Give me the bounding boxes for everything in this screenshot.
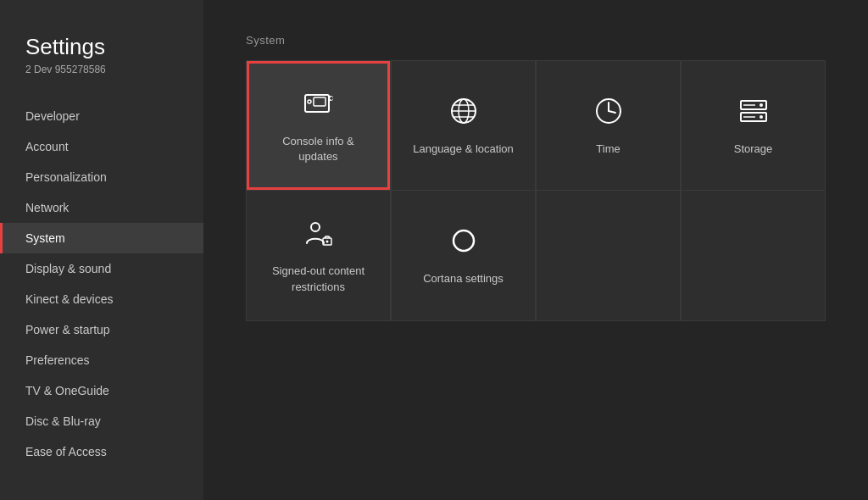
cell-label-signed-out-restrictions: Signed-out content restrictions	[272, 264, 364, 294]
sidebar: Settings 2 Dev 955278586 DeveloperAccoun…	[0, 0, 203, 500]
storage-icon	[737, 94, 771, 142]
sidebar-item-developer[interactable]: Developer	[0, 101, 203, 131]
grid-cell-empty2	[682, 191, 825, 319]
section-title: System	[246, 34, 826, 47]
grid-cell-console-info[interactable]: Console info & updates	[247, 61, 390, 190]
sidebar-item-power-startup[interactable]: Power & startup	[0, 314, 203, 345]
console-icon	[302, 86, 336, 134]
sidebar-item-tv-oneguide[interactable]: TV & OneGuide	[0, 375, 203, 406]
device-subtitle: 2 Dev 955278586	[25, 64, 178, 75]
cell-label-cortana-settings: Cortana settings	[423, 271, 504, 286]
cell-label-console-info: Console info & updates	[282, 134, 354, 164]
sidebar-item-ease-of-access[interactable]: Ease of Access	[0, 436, 203, 467]
sidebar-item-account[interactable]: Account	[0, 131, 203, 162]
grid-cell-cortana-settings[interactable]: Cortana settings	[392, 191, 535, 319]
sidebar-item-preferences[interactable]: Preferences	[0, 345, 203, 375]
grid-cell-time[interactable]: Time	[537, 61, 680, 190]
svg-point-15	[760, 115, 763, 119]
sidebar-item-personalization[interactable]: Personalization	[0, 162, 203, 192]
cell-label-storage: Storage	[734, 142, 773, 157]
svg-point-2	[308, 100, 311, 103]
app-title: Settings	[25, 34, 178, 60]
sidebar-item-system[interactable]: System	[0, 223, 203, 253]
system-grid-row1: Console info & updates Language & locati…	[246, 60, 826, 191]
clock-icon	[592, 94, 626, 142]
svg-point-21	[453, 231, 474, 251]
person-lock-icon	[302, 216, 336, 264]
globe-icon	[447, 94, 481, 142]
sidebar-item-network[interactable]: Network	[0, 192, 203, 223]
grid-cell-empty1	[537, 191, 680, 319]
sidebar-item-display-sound[interactable]: Display & sound	[0, 253, 203, 284]
cell-label-language-location: Language & location	[413, 142, 514, 157]
main-content: System Console info & updates Language &…	[203, 0, 868, 500]
sidebar-item-kinect-devices[interactable]: Kinect & devices	[0, 284, 203, 314]
svg-point-14	[760, 103, 763, 107]
grid-cell-storage[interactable]: Storage	[682, 61, 825, 190]
circle-icon	[447, 224, 481, 271]
svg-point-20	[326, 241, 328, 243]
grid-cell-language-location[interactable]: Language & location	[392, 61, 535, 190]
system-grid-row2: Signed-out content restrictions Cortana …	[246, 191, 826, 320]
grid-cell-signed-out-restrictions[interactable]: Signed-out content restrictions	[247, 191, 390, 319]
sidebar-header: Settings 2 Dev 955278586	[0, 34, 203, 101]
svg-line-11	[609, 111, 615, 113]
svg-rect-1	[314, 97, 326, 106]
svg-point-18	[311, 223, 320, 231]
sidebar-item-disc-bluray[interactable]: Disc & Blu-ray	[0, 406, 203, 436]
sidebar-nav: DeveloperAccountPersonalizationNetworkSy…	[0, 101, 203, 467]
cell-label-time: Time	[596, 142, 620, 157]
